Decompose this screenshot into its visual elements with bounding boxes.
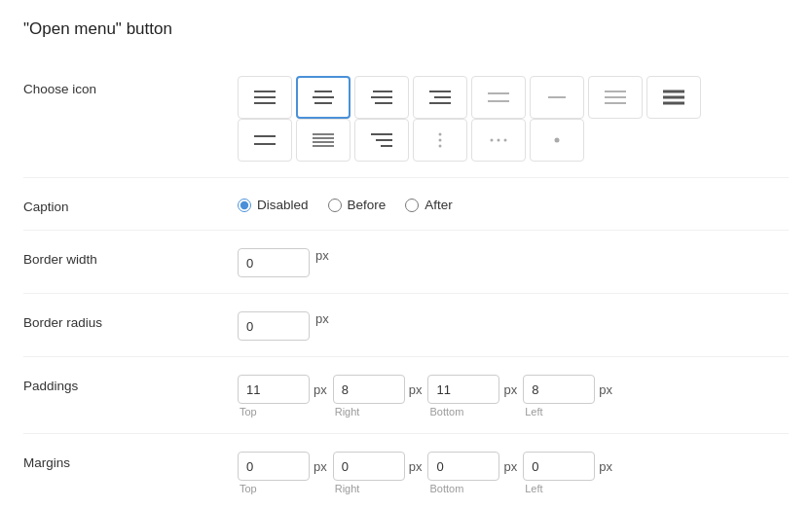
choose-icon-section: Choose icon bbox=[23, 60, 789, 178]
icon-btn-lines-dash[interactable] bbox=[530, 76, 584, 119]
margin-bottom-input[interactable] bbox=[427, 452, 499, 481]
padding-right-group: px Right bbox=[333, 375, 423, 417]
caption-section: Caption Disabled Before After bbox=[23, 178, 789, 231]
padding-left-unit: px bbox=[599, 382, 612, 397]
border-width-section: Border width px bbox=[23, 231, 789, 294]
margin-left-sublabel: Left bbox=[525, 483, 542, 494]
choose-icon-label: Choose icon bbox=[23, 76, 238, 96]
paddings-content: px Top px Right px Bottom bbox=[238, 373, 789, 417]
padding-left-sublabel: Left bbox=[525, 406, 542, 417]
padding-top-input[interactable] bbox=[238, 375, 310, 404]
margin-top-sublabel: Top bbox=[240, 483, 257, 494]
icon-btn-lines-spaced[interactable] bbox=[588, 76, 643, 119]
icon-btn-lines-right[interactable] bbox=[354, 76, 409, 119]
margins-section: Margins px Top px Right bbox=[23, 434, 789, 508]
margin-top-group: px Top bbox=[238, 452, 327, 494]
margin-right-group: px Right bbox=[333, 452, 423, 494]
caption-before-label: Before bbox=[348, 198, 387, 212]
caption-before-radio[interactable] bbox=[328, 199, 342, 212]
icon-btn-dots-vertical[interactable] bbox=[413, 119, 467, 162]
icon-row-1 bbox=[238, 76, 789, 119]
svg-point-31 bbox=[439, 139, 442, 142]
caption-disabled-label: Disabled bbox=[257, 198, 309, 212]
caption-after-label: After bbox=[424, 198, 453, 212]
page-title: "Open menu" button bbox=[23, 19, 789, 39]
padding-bottom-unit: px bbox=[503, 382, 517, 397]
caption-before-option[interactable]: Before bbox=[328, 198, 387, 212]
margin-top-unit: px bbox=[314, 459, 327, 474]
caption-after-option[interactable]: After bbox=[405, 198, 453, 212]
margin-left-group: px Left bbox=[523, 452, 612, 494]
svg-point-30 bbox=[439, 133, 442, 136]
caption-disabled-option[interactable]: Disabled bbox=[238, 198, 309, 212]
caption-label: Caption bbox=[23, 194, 238, 214]
border-width-input[interactable] bbox=[238, 248, 310, 277]
margin-right-unit: px bbox=[409, 459, 423, 474]
icon-btn-lines-short[interactable] bbox=[471, 76, 526, 119]
margin-right-sublabel: Right bbox=[335, 483, 360, 494]
border-radius-unit: px bbox=[315, 311, 329, 326]
border-width-content: px bbox=[238, 246, 789, 277]
margin-left-input[interactable] bbox=[523, 452, 595, 481]
icon-btn-lines-double[interactable] bbox=[296, 119, 351, 162]
svg-point-33 bbox=[491, 139, 494, 142]
caption-disabled-radio[interactable] bbox=[238, 199, 251, 212]
icon-btn-lines-left[interactable] bbox=[238, 76, 292, 119]
border-radius-content: px bbox=[238, 309, 789, 341]
icon-row-2 bbox=[238, 119, 789, 162]
border-radius-section: Border radius px bbox=[23, 294, 789, 357]
svg-point-34 bbox=[498, 139, 500, 142]
margins-label: Margins bbox=[23, 450, 238, 470]
padding-left-input[interactable] bbox=[523, 375, 595, 404]
margin-right-input[interactable] bbox=[333, 452, 405, 481]
svg-point-36 bbox=[555, 138, 560, 143]
icon-grid bbox=[238, 76, 789, 162]
caption-options: Disabled Before After bbox=[238, 194, 789, 212]
margin-bottom-sublabel: Bottom bbox=[429, 483, 463, 494]
icon-btn-lines-indent2[interactable] bbox=[354, 119, 409, 162]
padding-bottom-sublabel: Bottom bbox=[429, 406, 463, 417]
icon-btn-dot-single[interactable] bbox=[530, 119, 584, 162]
margin-left-unit: px bbox=[599, 459, 612, 474]
icon-btn-lines-center[interactable] bbox=[296, 76, 351, 119]
padding-right-unit: px bbox=[409, 382, 423, 397]
margin-top-input[interactable] bbox=[238, 452, 310, 481]
paddings-section: Paddings px Top px Right bbox=[23, 357, 789, 434]
border-width-unit: px bbox=[315, 248, 329, 263]
caption-after-radio[interactable] bbox=[405, 199, 419, 212]
icon-btn-dots-horizontal[interactable] bbox=[471, 119, 526, 162]
border-radius-input[interactable] bbox=[238, 311, 310, 341]
icon-btn-lines-indent[interactable] bbox=[413, 76, 467, 119]
padding-bottom-input[interactable] bbox=[427, 375, 499, 404]
padding-right-sublabel: Right bbox=[335, 406, 360, 417]
border-width-label: Border width bbox=[23, 246, 238, 267]
padding-right-input[interactable] bbox=[333, 375, 405, 404]
icon-btn-lines-bold[interactable] bbox=[646, 76, 701, 119]
border-radius-label: Border radius bbox=[23, 309, 238, 330]
svg-point-35 bbox=[504, 139, 507, 142]
svg-point-32 bbox=[439, 145, 442, 148]
icon-btn-lines-narrow[interactable] bbox=[238, 119, 292, 162]
padding-left-group: px Left bbox=[523, 375, 612, 417]
padding-top-sublabel: Top bbox=[240, 406, 257, 417]
margins-content: px Top px Right px Bottom bbox=[238, 450, 789, 494]
padding-bottom-group: px Bottom bbox=[427, 375, 517, 417]
padding-top-group: px Top bbox=[238, 375, 327, 417]
padding-top-unit: px bbox=[314, 382, 327, 397]
margin-bottom-group: px Bottom bbox=[427, 452, 517, 494]
paddings-label: Paddings bbox=[23, 373, 238, 393]
margin-bottom-unit: px bbox=[503, 459, 517, 474]
